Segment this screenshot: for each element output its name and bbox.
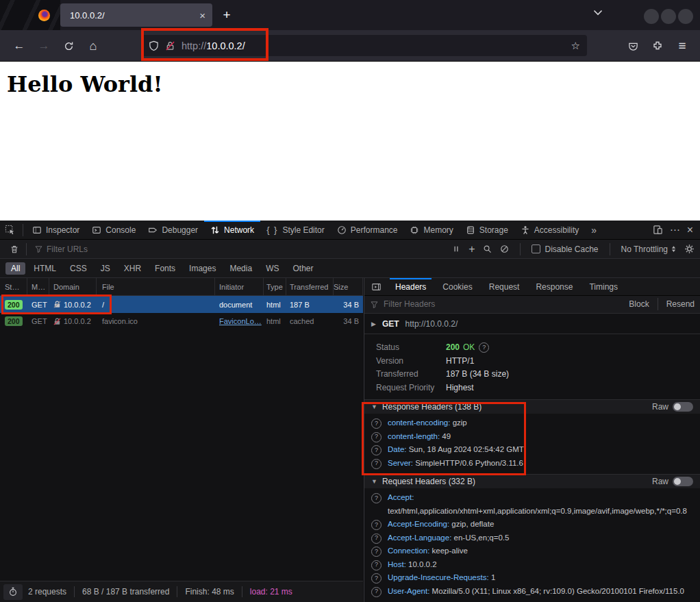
window-controls[interactable] <box>644 9 693 24</box>
header-row[interactable]: ? content-encoding: gzip <box>364 416 700 430</box>
header-row[interactable]: ? content-length: 49 <box>364 430 700 444</box>
column-header-file[interactable]: File <box>97 278 215 295</box>
help-question-icon[interactable]: ? <box>371 560 382 570</box>
details-tab-request[interactable]: Request <box>481 278 528 296</box>
split-console-icon[interactable] <box>364 282 387 292</box>
help-question-icon[interactable]: ? <box>371 459 382 469</box>
details-tab-timings[interactable]: Timings <box>581 278 626 296</box>
tab-close-icon[interactable]: × <box>199 10 205 21</box>
resend-button[interactable]: Resend <box>666 299 695 309</box>
help-question-icon[interactable]: ? <box>371 573 382 584</box>
url-text[interactable]: http://10.0.0.2/ <box>182 40 245 51</box>
column-header-size[interactable]: Size <box>334 278 363 295</box>
devtools-tab-console[interactable]: Console <box>86 221 142 240</box>
column-header-transferred[interactable]: Transferred <box>286 278 334 295</box>
collapse-triangle-icon[interactable]: ▼ <box>371 403 377 410</box>
filter-headers-input[interactable]: Filter Headers <box>384 299 435 309</box>
disable-cache-control[interactable]: Disable Cache <box>532 244 598 254</box>
header-row[interactable]: ? Connection: keep-alive <box>364 544 700 558</box>
network-settings-gear-icon[interactable] <box>684 244 695 254</box>
filter-tab-other[interactable]: Other <box>287 262 318 275</box>
column-header-status[interactable]: St… <box>0 278 27 295</box>
help-question-icon[interactable]: ? <box>479 342 489 353</box>
header-row[interactable]: ? Accept-Encoding: gzip, deflate <box>364 518 700 531</box>
disable-cache-checkbox[interactable] <box>532 244 540 253</box>
tab-list-chevron-icon[interactable] <box>593 10 603 16</box>
window-control-dot[interactable] <box>661 9 676 24</box>
devtools-options-dots-icon[interactable]: ⋯ <box>670 224 680 236</box>
menu-hamburger-icon[interactable]: ≡ <box>673 36 692 55</box>
devtools-tab-storage[interactable]: Storage <box>460 221 514 240</box>
stopwatch-icon[interactable] <box>3 584 23 600</box>
devtools-close-icon[interactable]: × <box>687 224 693 236</box>
collapse-triangle-icon[interactable]: ▼ <box>371 478 377 485</box>
bookmark-star-icon[interactable]: ☆ <box>571 40 580 52</box>
back-button[interactable]: ← <box>10 36 29 55</box>
request-row-document[interactable]: 200 GET 10.0.0.2 / document html 187 B 3… <box>0 296 363 313</box>
raw-toggle[interactable] <box>673 477 693 486</box>
url-bar[interactable]: http://10.0.0.2/ ☆ <box>142 35 587 56</box>
reload-button[interactable] <box>59 36 78 55</box>
shield-icon[interactable] <box>149 40 159 51</box>
pocket-icon[interactable] <box>623 36 642 55</box>
block-button[interactable]: Block <box>629 299 649 309</box>
header-row[interactable]: ? Host: 10.0.0.2 <box>364 558 700 572</box>
raw-toggle[interactable] <box>673 402 693 412</box>
extensions-puzzle-icon[interactable] <box>648 36 667 55</box>
details-tab-response[interactable]: Response <box>527 278 581 296</box>
home-button[interactable]: ⌂ <box>84 36 103 55</box>
throttling-dropdown[interactable]: No Throttling <box>621 244 676 254</box>
request-table-header[interactable]: St… M… Domain File Initiator Type Transf… <box>0 278 363 296</box>
filter-tab-media[interactable]: Media <box>224 262 258 275</box>
devtools-tab-accessibility[interactable]: Accessibility <box>514 221 585 240</box>
add-request-plus-icon[interactable]: + <box>468 243 475 255</box>
request-summary-line[interactable]: ▶ GET http://10.0.0.2/ <box>364 314 700 335</box>
header-row[interactable]: ? Upgrade-Insecure-Requests: 1 <box>364 571 700 585</box>
help-question-icon[interactable]: ? <box>371 418 382 429</box>
filter-tab-css[interactable]: CSS <box>64 262 92 275</box>
details-tab-cookies[interactable]: Cookies <box>434 278 480 296</box>
filter-tab-js[interactable]: JS <box>95 262 116 275</box>
filter-tab-fonts[interactable]: Fonts <box>149 262 181 275</box>
pick-element-button[interactable] <box>0 221 20 240</box>
column-header-method[interactable]: M… <box>27 278 49 295</box>
help-question-icon[interactable]: ? <box>371 432 382 442</box>
devtools-tab-memory[interactable]: Memory <box>403 221 459 240</box>
details-tab-headers[interactable]: Headers <box>387 278 434 296</box>
filter-tab-ws[interactable]: WS <box>260 262 284 275</box>
insecure-lock-icon[interactable] <box>165 40 175 51</box>
header-row[interactable]: ? Accept-Language: en-US,en;q=0.5 <box>364 531 700 545</box>
column-header-initiator[interactable]: Initiator <box>215 278 264 295</box>
column-header-domain[interactable]: Domain <box>49 278 97 295</box>
devtools-tab-performance[interactable]: Performance <box>331 221 404 240</box>
initiator-link[interactable]: FaviconLo… <box>219 317 262 325</box>
new-tab-button[interactable]: + <box>218 6 236 24</box>
help-question-icon[interactable]: ? <box>371 493 382 503</box>
request-headers-section-header[interactable]: ▼ Request Headers (332 B) Raw <box>364 474 700 488</box>
responsive-design-icon[interactable] <box>653 225 663 235</box>
help-question-icon[interactable]: ? <box>371 445 382 455</box>
header-row[interactable]: ? Accept: text/html,application/xhtml+xm… <box>364 491 700 518</box>
clear-requests-trash-icon[interactable] <box>5 244 23 254</box>
help-question-icon[interactable]: ? <box>371 547 382 557</box>
block-icon[interactable] <box>500 244 509 253</box>
filter-tab-all[interactable]: All <box>5 262 25 275</box>
more-tabs-button[interactable]: » <box>585 221 603 240</box>
help-question-icon[interactable]: ? <box>371 587 382 597</box>
window-control-dot[interactable] <box>678 9 693 24</box>
column-header-type[interactable]: Type <box>264 278 286 295</box>
filter-tab-images[interactable]: Images <box>184 262 221 275</box>
help-question-icon[interactable]: ? <box>371 534 382 544</box>
pause-icon[interactable] <box>452 244 460 253</box>
window-control-dot[interactable] <box>644 9 659 24</box>
response-headers-section-header[interactable]: ▼ Response Headers (138 B) Raw <box>364 399 700 414</box>
filter-tab-html[interactable]: HTML <box>28 262 62 275</box>
devtools-tab-inspector[interactable]: Inspector <box>26 221 86 240</box>
devtools-tab-style-editor[interactable]: { } Style Editor <box>260 221 331 240</box>
request-row-favicon[interactable]: 200 GET 10.0.0.2 favicon.ico FaviconLo… … <box>0 313 363 329</box>
help-question-icon[interactable]: ? <box>371 520 382 530</box>
filter-urls-input[interactable]: Filter URLs <box>47 244 88 254</box>
header-row[interactable]: ? Server: SimpleHTTP/0.6 Python/3.11.6 <box>364 457 700 471</box>
search-icon[interactable] <box>483 244 492 253</box>
header-row[interactable]: ? Date: Sun, 18 Aug 2024 02:54:42 GMT <box>364 443 700 457</box>
